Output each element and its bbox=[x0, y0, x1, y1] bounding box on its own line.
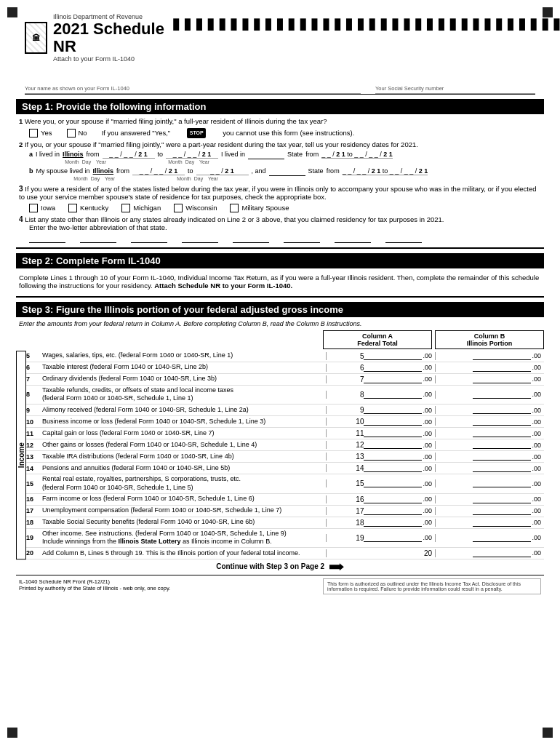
line-b-from-value: _ _ / _ _ / 2 1 bbox=[132, 167, 185, 175]
yes-box[interactable] bbox=[29, 129, 38, 138]
income-row-13: 13 Taxable IRA distributions (federal Fo… bbox=[26, 451, 544, 463]
row-9-num: 9 bbox=[26, 407, 39, 414]
row-17-col-b: .00 bbox=[435, 507, 544, 515]
state-blank-7[interactable] bbox=[335, 233, 371, 243]
row-16-col-b: .00 bbox=[435, 495, 544, 503]
page-header: 🏛 Illinois Department of Revenue 2021 Sc… bbox=[16, 13, 544, 81]
line-b-from: from bbox=[116, 167, 129, 175]
row-17-col-a: 17 .00 bbox=[326, 507, 435, 515]
row-10-lineref: 10 bbox=[356, 418, 364, 426]
no-checkbox[interactable]: No bbox=[67, 129, 87, 138]
row-12-col-a: 12 .00 bbox=[326, 441, 435, 449]
income-row-15: 15 Rental real estate, royalties, partne… bbox=[26, 474, 544, 493]
income-row-12: 12 Other gains or losses (federal Form 1… bbox=[26, 439, 544, 451]
line-a-to: to bbox=[158, 151, 164, 158]
q1-row: 1 Were you, or your spouse if "married f… bbox=[19, 117, 541, 125]
wisconsin-checkbox[interactable]: Wisconsin bbox=[174, 204, 217, 212]
row-14-lineref: 14 bbox=[356, 464, 364, 472]
row-16-label: Farm income or loss (federal Form 1040 o… bbox=[39, 495, 326, 503]
name-ssn-section: Your name as shown on your Form IL-1040 … bbox=[25, 85, 535, 95]
row-15-col-b: .00 bbox=[435, 479, 544, 487]
sub-month1: Month bbox=[64, 159, 80, 164]
wisconsin-box[interactable] bbox=[174, 204, 183, 212]
state-blank-3[interactable] bbox=[131, 233, 167, 243]
row-20-lineref: 20 bbox=[424, 549, 432, 557]
step2-body: Complete Lines 1 through 10 of your Form… bbox=[16, 271, 544, 292]
row-7-col-a: 7 .00 bbox=[326, 375, 435, 383]
income-row-20: 20 Add Column B, Lines 5 through 19. Thi… bbox=[26, 548, 544, 559]
ssn-label: Your Social Security number bbox=[375, 85, 535, 92]
step2-header: Step 2: Complete Form IL-1040 bbox=[16, 253, 544, 268]
line-b-sublabels: Month Day Year Month Day Year bbox=[73, 176, 541, 181]
kentucky-checkbox[interactable]: Kentucky bbox=[68, 204, 108, 212]
row-5-label: Wages, salaries, tips, etc. (federal For… bbox=[39, 351, 326, 360]
row-5-col-b: .00 bbox=[435, 352, 544, 360]
income-row-16: 16 Farm income or loss (federal Form 104… bbox=[26, 494, 544, 506]
dept-info: Illinois Department of Revenue 2021 Sche… bbox=[53, 13, 170, 63]
footer-line2: Printed by authority of the State of Ill… bbox=[19, 585, 170, 591]
kentucky-box[interactable] bbox=[68, 204, 77, 212]
state-blank-8[interactable] bbox=[385, 233, 422, 243]
row-8-col-a: 8 .00 bbox=[326, 391, 435, 399]
step3-intro: Enter the amounts from your federal retu… bbox=[16, 320, 544, 327]
line-b-state-lbl: State bbox=[308, 167, 324, 175]
state-blank-2[interactable] bbox=[80, 233, 116, 243]
row-8-label: Taxable refunds, credits, or offsets of … bbox=[39, 386, 326, 403]
row-20-col-b: .00 bbox=[435, 549, 544, 557]
row-13-lineref: 13 bbox=[356, 453, 364, 461]
footer-right: This form is authorized as outlined unde… bbox=[323, 578, 541, 594]
iowa-label: Iowa bbox=[41, 204, 55, 212]
michigan-box[interactable] bbox=[121, 204, 130, 212]
income-row-18: 18 Taxable Social Security benefits (fed… bbox=[26, 517, 544, 529]
line-a-state-input[interactable] bbox=[248, 150, 284, 159]
sub-month4: Month bbox=[176, 176, 192, 181]
state-blank-5[interactable] bbox=[233, 233, 269, 243]
state-blank-6[interactable] bbox=[284, 233, 320, 243]
row-8-num: 8 bbox=[26, 391, 39, 398]
michigan-label: Michigan bbox=[133, 204, 161, 212]
row-12-num: 12 bbox=[26, 442, 39, 449]
divider-1 bbox=[16, 247, 544, 249]
header-barcode: ▮▮▮▮▮▮▮▮▮▮▮▮▮▮▮▮▮▮▮▮▮▮▮▮▮▮▮▮▮▮▮▮▮▮▮▮▮▮▮▮… bbox=[170, 13, 560, 35]
income-row-7: 7 Ordinary dividends (federal Form 1040 … bbox=[26, 374, 544, 386]
michigan-checkbox[interactable]: Michigan bbox=[121, 204, 161, 212]
military-box[interactable] bbox=[230, 204, 239, 212]
row-19-lineref: 19 bbox=[356, 534, 364, 542]
no-box[interactable] bbox=[67, 129, 76, 138]
row-9-col-b: .00 bbox=[435, 406, 544, 414]
row-5-num: 5 bbox=[26, 352, 39, 359]
sub-month2: Month bbox=[167, 159, 183, 164]
line-b-illinois: Illinois bbox=[93, 167, 114, 175]
row-11-col-a: 11 .00 bbox=[326, 429, 435, 437]
line-a-from2-value: _ _ / 2 1 to _ _ / _ _ / 2 1 bbox=[321, 151, 393, 159]
iowa-box[interactable] bbox=[29, 204, 38, 212]
sub-day1: Day bbox=[80, 159, 93, 164]
row-5-col-a: 5 .00 bbox=[326, 352, 435, 360]
sub-year4: Year bbox=[205, 176, 221, 181]
line-b-and: , and bbox=[252, 167, 266, 175]
yes-checkbox[interactable]: Yes bbox=[29, 129, 52, 138]
state-blank-4[interactable] bbox=[182, 233, 218, 243]
row-9-col-a: 9 .00 bbox=[326, 406, 435, 414]
line-b-state-input[interactable] bbox=[269, 167, 305, 176]
step3-header: Step 3: Figure the Illinois portion of y… bbox=[16, 302, 544, 317]
iowa-checkbox[interactable]: Iowa bbox=[29, 204, 55, 212]
row-6-col-b: .00 bbox=[435, 364, 544, 372]
line-a-letter: a bbox=[29, 151, 33, 158]
state-blank-1[interactable] bbox=[29, 233, 65, 243]
military-checkbox[interactable]: Military Spouse bbox=[230, 204, 289, 212]
line-b-spouse: My spouse lived in bbox=[36, 167, 90, 175]
line-b-from2-value: _ _ / _ _ / 2 1 to _ _ / _ _ / 2 1 bbox=[343, 167, 428, 175]
income-sidebar-label: Income bbox=[16, 351, 26, 559]
stop-badge: STOP bbox=[187, 128, 206, 138]
row-7-num: 7 bbox=[26, 375, 39, 383]
row-18-col-b: .00 bbox=[435, 519, 544, 527]
yes-label: Yes bbox=[41, 129, 52, 137]
sub-day2: Day bbox=[183, 159, 196, 164]
col-headers: Column AFederal Total Column BIllinois P… bbox=[16, 330, 544, 349]
row-11-lineref: 11 bbox=[356, 429, 364, 437]
row-19-num: 19 bbox=[26, 534, 39, 541]
continue-arrow bbox=[329, 563, 344, 570]
step1-title: Step 1: Provide the following informatio… bbox=[22, 101, 207, 112]
row-19-col-b: .00 bbox=[435, 534, 544, 542]
